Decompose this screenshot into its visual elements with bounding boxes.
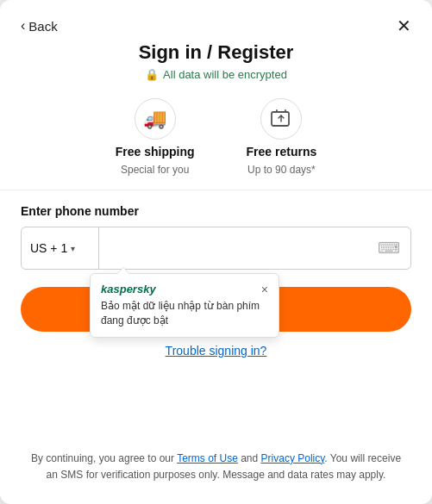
back-button[interactable]: ‹ Back: [21, 18, 58, 34]
kaspersky-close-button[interactable]: ×: [261, 283, 268, 296]
kaspersky-header: kaspersky ×: [101, 283, 268, 296]
phone-input-wrapper: US + 1 ▾ ⌨ kaspersky × Bảo mật dữ liệu n…: [21, 227, 411, 270]
footer-text-between: and: [238, 452, 261, 464]
kaspersky-close-icon: ×: [261, 283, 268, 296]
kaspersky-logo: kaspersky: [101, 283, 156, 296]
kaspersky-message: Bảo mật dữ liệu nhập từ bàn phím đang đư…: [101, 299, 268, 328]
shipping-subtitle: Special for you: [121, 164, 189, 176]
close-icon: ✕: [397, 16, 411, 35]
lock-icon: 🔒: [145, 68, 159, 81]
svg-rect-0: [272, 112, 289, 126]
close-button[interactable]: ✕: [397, 17, 411, 34]
encrypted-badge: 🔒 All data will be encrypted: [0, 68, 432, 81]
divider: [0, 190, 432, 190]
page-title: Sign in / Register: [0, 41, 432, 64]
modal-header: ‹ Back ✕: [0, 0, 432, 34]
phone-row: US + 1 ▾ ⌨: [21, 227, 411, 270]
shipping-title: Free shipping: [116, 145, 195, 159]
feature-returns: Free returns Up to 90 days*: [247, 98, 317, 176]
phone-input[interactable]: [99, 227, 367, 269]
back-arrow-icon: ‹: [21, 18, 25, 34]
country-code: US + 1: [30, 241, 67, 255]
returns-title: Free returns: [247, 145, 317, 159]
terms-link[interactable]: Terms of Use: [177, 452, 238, 464]
modal-container: ‹ Back ✕ Sign in / Register 🔒 All data w…: [0, 0, 432, 504]
footer-text: By continuing, you agree to our Terms of…: [0, 437, 432, 483]
phone-label: Enter phone number: [0, 204, 432, 218]
shipping-icon: 🚚: [135, 98, 176, 140]
returns-icon: [260, 98, 302, 140]
back-label: Back: [28, 19, 57, 34]
returns-subtitle: Up to 90 days*: [247, 164, 316, 176]
feature-shipping: 🚚 Free shipping Special for you: [116, 98, 195, 176]
encrypted-text: All data will be encrypted: [163, 68, 287, 81]
kaspersky-popup: kaspersky × Bảo mật dữ liệu nhập từ bàn …: [90, 273, 279, 338]
country-selector[interactable]: US + 1 ▾: [22, 227, 99, 269]
trouble-signing-in-link[interactable]: Trouble signing in?: [0, 344, 432, 358]
chevron-down-icon: ▾: [71, 244, 75, 253]
features-row: 🚚 Free shipping Special for you Free ret…: [0, 98, 432, 176]
keyboard-icon: ⌨: [367, 239, 410, 258]
footer-text-before: By continuing, you agree to our: [31, 452, 177, 464]
privacy-link[interactable]: Privacy Policy: [261, 452, 325, 464]
